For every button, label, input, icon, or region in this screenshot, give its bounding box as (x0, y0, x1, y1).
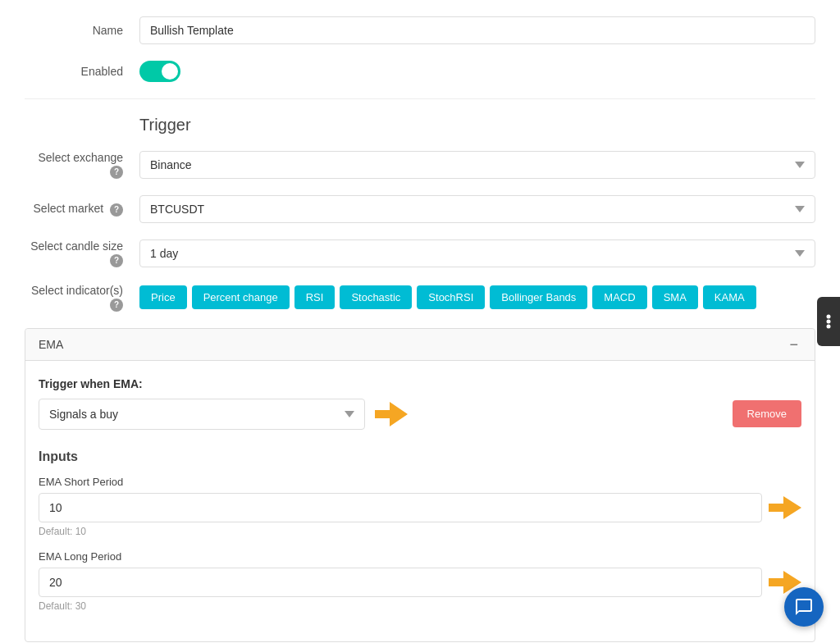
candle-label: Select candle size (30, 239, 123, 253)
indicator-btn-stochastic[interactable]: Stochastic (340, 285, 412, 309)
name-input[interactable] (139, 16, 815, 44)
exchange-help-icon[interactable]: ? (110, 166, 123, 179)
indicator-btn-kama[interactable]: KAMA (703, 285, 756, 309)
short-period-input[interactable] (39, 493, 762, 522)
long-period-input-row (39, 568, 801, 597)
chat-button[interactable] (784, 587, 824, 627)
ema-panel-body: Trigger when EMA: Signals a buy Signals … (25, 361, 815, 641)
indicator-btn-macd[interactable]: MACD (592, 285, 646, 309)
exchange-label-container: Select exchange ? (25, 151, 139, 179)
select-exchange-row: Select exchange ? Binance Coinbase Krake… (25, 151, 815, 179)
side-panel-icon[interactable] (817, 297, 840, 346)
long-period-input[interactable] (39, 568, 762, 597)
inputs-title: Inputs (39, 449, 801, 464)
yellow-arrow-trigger (375, 402, 408, 426)
svg-point-3 (827, 315, 831, 319)
chat-icon (794, 597, 814, 617)
indicator-btn-stochrsi[interactable]: StochRSI (417, 285, 485, 309)
svg-marker-1 (769, 496, 801, 519)
market-label-container: Select market ? (25, 202, 139, 217)
indicators-help-icon[interactable]: ? (110, 299, 123, 312)
short-period-input-row (39, 493, 801, 522)
exchange-label: Select exchange (38, 151, 123, 164)
short-period-label: EMA Short Period (39, 476, 801, 488)
toggle-slider (139, 61, 180, 82)
name-row: Name (25, 16, 815, 44)
enabled-toggle-container (139, 61, 180, 82)
enabled-toggle[interactable] (139, 61, 180, 82)
indicators-container: Price Percent change RSI Stochastic Stoc… (139, 285, 815, 309)
long-period-group: EMA Long Period Default: 30 (39, 550, 801, 612)
candle-help-icon[interactable]: ? (110, 254, 123, 267)
candle-label-container: Select candle size ? (25, 239, 139, 267)
select-indicators-row: Select indicator(s) ? Price Percent chan… (25, 284, 815, 312)
short-period-group: EMA Short Period Default: 10 (39, 476, 801, 537)
name-label: Name (25, 24, 139, 37)
short-period-default: Default: 10 (39, 526, 801, 537)
enabled-row: Enabled (25, 61, 815, 82)
indicators-label-container: Select indicator(s) ? (25, 284, 139, 312)
ema-panel-header: EMA − (25, 329, 815, 361)
indicator-btn-bollinger[interactable]: Bollinger Bands (490, 285, 587, 309)
trigger-condition-select[interactable]: Signals a buy Signals a sell Crosses abo… (39, 399, 365, 430)
collapse-button[interactable]: − (786, 337, 801, 352)
market-label: Select market (34, 202, 104, 215)
side-icon-svg (822, 312, 835, 331)
trigger-select-row: Signals a buy Signals a sell Crosses abo… (39, 399, 801, 430)
indicators-label: Select indicator(s) (31, 284, 123, 297)
market-help-icon[interactable]: ? (110, 203, 123, 217)
ema-panel-title: EMA (39, 338, 63, 351)
select-candle-row: Select candle size ? 1 day 4 hours 1 hou… (25, 239, 815, 267)
select-market-row: Select market ? BTCUSDT ETHUSDT BNBUSDT (25, 195, 815, 223)
indicator-btn-rsi[interactable]: RSI (294, 285, 336, 309)
indicator-btn-price[interactable]: Price (139, 285, 187, 309)
inputs-section: Inputs EMA Short Period Default: 10 EMA … (39, 449, 801, 612)
market-select[interactable]: BTCUSDT ETHUSDT BNBUSDT (139, 195, 815, 223)
svg-marker-0 (375, 402, 408, 426)
page-container: Name Enabled Trigger Select exchange ? B… (0, 0, 840, 643)
candle-select[interactable]: 1 day 4 hours 1 hour 30 minutes (139, 239, 815, 267)
indicator-btn-percent[interactable]: Percent change (192, 285, 290, 309)
trigger-when-ema-label: Trigger when EMA: (39, 377, 801, 390)
indicator-btn-sma[interactable]: SMA (652, 285, 698, 309)
remove-button[interactable]: Remove (733, 400, 801, 427)
exchange-select[interactable]: Binance Coinbase Kraken (139, 151, 815, 179)
yellow-arrow-short (769, 496, 801, 519)
svg-point-4 (827, 320, 831, 324)
trigger-section-title: Trigger (139, 116, 815, 135)
ema-panel: EMA − Trigger when EMA: Signals a buy Si… (25, 328, 815, 642)
svg-point-5 (827, 325, 831, 329)
enabled-label: Enabled (25, 65, 139, 78)
long-period-default: Default: 30 (39, 600, 801, 612)
divider-1 (25, 98, 815, 99)
long-period-label: EMA Long Period (39, 550, 801, 563)
